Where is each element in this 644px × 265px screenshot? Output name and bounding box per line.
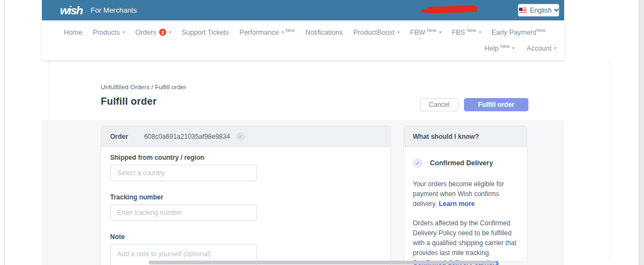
info-panel-header: What should I know? <box>404 126 527 147</box>
nav-home[interactable]: Home <box>64 29 82 36</box>
country-field-label: Shipped from country / region <box>110 154 381 161</box>
tracking-field-label: Tracking number <box>110 193 381 201</box>
info-panel: What should I know? ✓ Confirmed Delivery… <box>403 126 527 262</box>
new-tag: New <box>467 28 476 33</box>
nav-row-primary: Home Products▾ Orders2▾ Support Tickets … <box>64 27 556 37</box>
order-id: 608c0a691a21035af98e9834 <box>144 133 230 140</box>
top-header: wish For Merchants English <box>42 0 564 20</box>
fulfill-order-button[interactable]: Fulfill order <box>464 98 528 111</box>
nav-help[interactable]: HelpNew▾ <box>484 45 515 52</box>
info-panel-body: ✓ Confirmed Delivery Your orders become … <box>404 147 527 265</box>
chevron-down-icon: ▾ <box>512 46 515 51</box>
chevron-down-icon: ▾ <box>169 30 171 35</box>
tracking-number-input[interactable] <box>110 204 257 221</box>
merchant-app: wish For Merchants English Home Products… <box>42 0 564 60</box>
nav-fbw-label: FBW <box>410 29 425 36</box>
nav-productboost-label: ProductBoost <box>353 29 395 36</box>
cancel-button[interactable]: Cancel <box>420 98 459 111</box>
note-field-label: Note <box>110 233 381 241</box>
nav-fbs-label: FBS <box>452 29 465 36</box>
learn-more-link[interactable]: Learn more <box>439 200 474 208</box>
nav-productboost[interactable]: ProductBoost▾ <box>353 29 400 36</box>
info-paragraph-2-text: Orders affected by the Confirmed Deliver… <box>413 219 516 257</box>
breadcrumb[interactable]: Unfulfilled Orders / Fulfill order <box>101 84 186 90</box>
chevron-down-icon: ▾ <box>123 30 125 35</box>
nav-early-payment[interactable]: Early PaymentNew <box>492 29 545 36</box>
nav-performance[interactable]: Performance▾New <box>239 29 295 36</box>
chevron-down-icon <box>554 7 559 12</box>
nav-support-tickets[interactable]: Support Tickets <box>182 29 229 36</box>
nav-orders-label: Orders <box>135 29 156 36</box>
horizontal-scrollbar-thumb[interactable] <box>149 261 494 264</box>
new-tag: New <box>536 28 545 33</box>
window-left-border <box>4 0 4 265</box>
country-select[interactable] <box>110 165 257 181</box>
us-flag-icon <box>519 8 527 13</box>
wish-logo: wish <box>60 4 83 17</box>
info-paragraph-1: Your orders become eligible for payment … <box>413 179 518 209</box>
order-label: Order <box>110 133 128 140</box>
chevron-down-icon: ▾ <box>397 30 400 35</box>
chevron-down-icon: ▾ <box>554 46 556 51</box>
nav-account-label: Account <box>527 45 552 52</box>
chevron-down-icon: ▾ <box>479 30 481 35</box>
nav-account[interactable]: Account▾ <box>527 45 556 52</box>
nav-products[interactable]: Products▾ <box>92 29 124 36</box>
language-label: English <box>530 7 552 14</box>
nav-support-tickets-label: Support Tickets <box>182 29 229 36</box>
orders-count-badge: 2 <box>159 29 166 36</box>
nav-early-payment-label: Early Payment <box>492 29 536 36</box>
nav-fbs[interactable]: FBSNew▾ <box>452 29 481 36</box>
nav-notifications[interactable]: Notifications <box>305 29 343 36</box>
confirmed-delivery-row: ✓ Confirmed Delivery <box>413 158 518 168</box>
nav-help-label: Help <box>484 45 499 52</box>
main-navbar: Home Products▾ Orders2▾ Support Tickets … <box>42 20 564 60</box>
nav-orders[interactable]: Orders2▾ <box>135 29 171 36</box>
new-tag: New <box>500 44 510 49</box>
order-form-card: Order 608c0a691a21035af98e9834 ✓ Shipped… <box>101 126 391 265</box>
order-form-body: Shipped from country / region Tracking n… <box>101 147 390 265</box>
order-card-header: Order 608c0a691a21035af98e9834 ✓ <box>101 126 390 147</box>
confirmed-delivery-title: Confirmed Delivery <box>430 159 493 167</box>
info-paragraph-2: Orders affected by the Confirmed Deliver… <box>413 218 518 265</box>
for-merchants-label: For Merchants <box>91 6 137 14</box>
new-tag: New <box>427 28 436 33</box>
confirmed-delivery-check-icon: ✓ <box>413 158 423 168</box>
vertical-scrollbar-track[interactable] <box>638 0 644 265</box>
nav-row-secondary: HelpNew▾ Account▾ <box>64 44 556 53</box>
nav-products-label: Products <box>92 29 119 36</box>
order-check-icon: ✓ <box>236 132 245 141</box>
chevron-down-icon: ▾ <box>439 30 441 35</box>
new-tag: New <box>286 28 295 33</box>
chevron-down-icon: ▾ <box>282 30 284 35</box>
nav-performance-label: Performance <box>239 29 279 36</box>
redacted-merchant-name <box>428 5 477 13</box>
info-panel-title: What should I know? <box>413 133 479 140</box>
language-selector[interactable]: English <box>518 4 559 17</box>
nav-notifications-label: Notifications <box>305 29 343 36</box>
page-right-edge <box>610 58 610 261</box>
nav-home-label: Home <box>64 29 82 36</box>
nav-fbw[interactable]: FBWNew▾ <box>410 29 441 36</box>
page-title: Fulfill order <box>101 96 157 107</box>
